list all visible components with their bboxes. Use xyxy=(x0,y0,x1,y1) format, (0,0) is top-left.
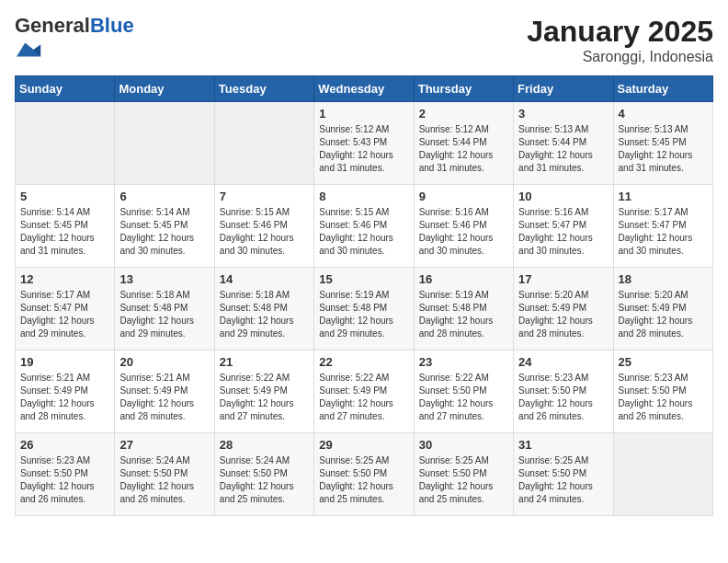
calendar-cell: 19Sunrise: 5:21 AM Sunset: 5:49 PM Dayli… xyxy=(16,350,115,433)
day-number: 28 xyxy=(220,438,309,452)
day-number: 14 xyxy=(220,272,309,286)
calendar-cell: 4Sunrise: 5:13 AM Sunset: 5:45 PM Daylig… xyxy=(613,102,712,185)
day-number: 2 xyxy=(419,107,508,121)
header-saturday: Saturday xyxy=(613,76,712,102)
calendar-cell: 8Sunrise: 5:15 AM Sunset: 5:46 PM Daylig… xyxy=(314,185,414,268)
calendar-cell: 18Sunrise: 5:20 AM Sunset: 5:49 PM Dayli… xyxy=(613,268,712,350)
calendar-cell: 31Sunrise: 5:25 AM Sunset: 5:50 PM Dayli… xyxy=(514,433,613,516)
calendar-table: SundayMondayTuesdayWednesdayThursdayFrid… xyxy=(15,75,713,516)
calendar-cell: 23Sunrise: 5:22 AM Sunset: 5:50 PM Dayli… xyxy=(414,350,513,433)
logo: GeneralBlue xyxy=(15,15,134,66)
day-info: Sunrise: 5:23 AM Sunset: 5:50 PM Dayligh… xyxy=(518,372,608,423)
day-info: Sunrise: 5:19 AM Sunset: 5:48 PM Dayligh… xyxy=(319,289,408,340)
day-number: 6 xyxy=(119,190,209,203)
header-sunday: Sunday xyxy=(16,76,115,102)
calendar-cell: 7Sunrise: 5:15 AM Sunset: 5:46 PM Daylig… xyxy=(214,185,313,268)
day-info: Sunrise: 5:15 AM Sunset: 5:46 PM Dayligh… xyxy=(319,206,408,258)
day-number: 1 xyxy=(319,107,408,121)
day-number: 5 xyxy=(20,190,109,203)
calendar-cell: 28Sunrise: 5:24 AM Sunset: 5:50 PM Dayli… xyxy=(214,433,313,516)
calendar-week-row: 26Sunrise: 5:23 AM Sunset: 5:50 PM Dayli… xyxy=(16,433,713,516)
day-info: Sunrise: 5:23 AM Sunset: 5:50 PM Dayligh… xyxy=(619,372,708,423)
calendar-cell xyxy=(16,102,115,185)
calendar-cell: 6Sunrise: 5:14 AM Sunset: 5:45 PM Daylig… xyxy=(115,185,214,268)
day-number: 21 xyxy=(220,355,309,369)
logo-general: General xyxy=(15,14,90,37)
calendar-week-row: 12Sunrise: 5:17 AM Sunset: 5:47 PM Dayli… xyxy=(16,268,713,350)
day-number: 16 xyxy=(419,272,508,286)
calendar-cell: 14Sunrise: 5:18 AM Sunset: 5:48 PM Dayli… xyxy=(214,268,313,350)
calendar-cell: 30Sunrise: 5:25 AM Sunset: 5:50 PM Dayli… xyxy=(414,433,513,516)
calendar-cell: 27Sunrise: 5:24 AM Sunset: 5:50 PM Dayli… xyxy=(115,433,214,516)
title-block: January 2025 Saronggi, Indonesia xyxy=(527,15,713,65)
calendar-week-row: 19Sunrise: 5:21 AM Sunset: 5:49 PM Dayli… xyxy=(16,350,713,433)
day-number: 13 xyxy=(119,272,209,286)
day-info: Sunrise: 5:22 AM Sunset: 5:50 PM Dayligh… xyxy=(419,372,508,423)
day-info: Sunrise: 5:17 AM Sunset: 5:47 PM Dayligh… xyxy=(619,206,708,258)
day-info: Sunrise: 5:17 AM Sunset: 5:47 PM Dayligh… xyxy=(20,289,109,340)
calendar-cell: 9Sunrise: 5:16 AM Sunset: 5:46 PM Daylig… xyxy=(414,185,513,268)
calendar-header-row: SundayMondayTuesdayWednesdayThursdayFrid… xyxy=(16,76,713,102)
calendar-cell: 24Sunrise: 5:23 AM Sunset: 5:50 PM Dayli… xyxy=(514,350,613,433)
calendar-cell xyxy=(115,102,214,185)
calendar-cell: 3Sunrise: 5:13 AM Sunset: 5:44 PM Daylig… xyxy=(514,102,613,185)
calendar-subtitle: Saronggi, Indonesia xyxy=(527,49,713,65)
day-info: Sunrise: 5:22 AM Sunset: 5:49 PM Dayligh… xyxy=(220,372,309,423)
calendar-cell xyxy=(214,102,313,185)
day-info: Sunrise: 5:23 AM Sunset: 5:50 PM Dayligh… xyxy=(20,454,109,506)
day-info: Sunrise: 5:20 AM Sunset: 5:49 PM Dayligh… xyxy=(518,289,608,340)
day-info: Sunrise: 5:25 AM Sunset: 5:50 PM Dayligh… xyxy=(419,454,508,506)
day-info: Sunrise: 5:16 AM Sunset: 5:47 PM Dayligh… xyxy=(518,206,608,258)
day-number: 25 xyxy=(619,355,708,369)
day-number: 24 xyxy=(518,355,608,369)
day-info: Sunrise: 5:15 AM Sunset: 5:46 PM Dayligh… xyxy=(220,206,309,258)
header-friday: Friday xyxy=(514,76,613,102)
day-number: 29 xyxy=(319,438,408,452)
calendar-cell: 10Sunrise: 5:16 AM Sunset: 5:47 PM Dayli… xyxy=(514,185,613,268)
day-number: 23 xyxy=(419,355,508,369)
calendar-cell xyxy=(613,433,712,516)
calendar-cell: 29Sunrise: 5:25 AM Sunset: 5:50 PM Dayli… xyxy=(314,433,414,516)
day-info: Sunrise: 5:21 AM Sunset: 5:49 PM Dayligh… xyxy=(20,372,109,423)
day-info: Sunrise: 5:12 AM Sunset: 5:43 PM Dayligh… xyxy=(319,123,408,175)
day-number: 31 xyxy=(518,438,608,452)
header-wednesday: Wednesday xyxy=(314,76,414,102)
calendar-cell: 1Sunrise: 5:12 AM Sunset: 5:43 PM Daylig… xyxy=(314,102,414,185)
day-number: 10 xyxy=(518,190,608,203)
calendar-cell: 26Sunrise: 5:23 AM Sunset: 5:50 PM Dayli… xyxy=(16,433,115,516)
day-info: Sunrise: 5:25 AM Sunset: 5:50 PM Dayligh… xyxy=(518,454,608,506)
calendar-cell: 2Sunrise: 5:12 AM Sunset: 5:44 PM Daylig… xyxy=(414,102,513,185)
day-info: Sunrise: 5:22 AM Sunset: 5:49 PM Dayligh… xyxy=(319,372,408,423)
day-info: Sunrise: 5:24 AM Sunset: 5:50 PM Dayligh… xyxy=(220,454,309,506)
day-info: Sunrise: 5:18 AM Sunset: 5:48 PM Dayligh… xyxy=(220,289,309,340)
day-info: Sunrise: 5:18 AM Sunset: 5:48 PM Dayligh… xyxy=(119,289,209,340)
calendar-cell: 13Sunrise: 5:18 AM Sunset: 5:48 PM Dayli… xyxy=(115,268,214,350)
day-number: 30 xyxy=(419,438,508,452)
day-number: 27 xyxy=(119,438,209,452)
day-info: Sunrise: 5:12 AM Sunset: 5:44 PM Dayligh… xyxy=(419,123,508,175)
day-info: Sunrise: 5:21 AM Sunset: 5:49 PM Dayligh… xyxy=(119,372,209,423)
day-number: 9 xyxy=(419,190,508,203)
day-number: 19 xyxy=(20,355,109,369)
day-number: 11 xyxy=(619,190,708,203)
logo-blue: Blue xyxy=(90,14,134,37)
calendar-cell: 25Sunrise: 5:23 AM Sunset: 5:50 PM Dayli… xyxy=(613,350,712,433)
calendar-cell: 5Sunrise: 5:14 AM Sunset: 5:45 PM Daylig… xyxy=(16,185,115,268)
day-number: 3 xyxy=(518,107,608,121)
calendar-title: January 2025 xyxy=(527,15,713,49)
day-info: Sunrise: 5:13 AM Sunset: 5:44 PM Dayligh… xyxy=(518,123,608,175)
day-info: Sunrise: 5:19 AM Sunset: 5:48 PM Dayligh… xyxy=(419,289,508,340)
calendar-week-row: 5Sunrise: 5:14 AM Sunset: 5:45 PM Daylig… xyxy=(16,185,713,268)
calendar-cell: 15Sunrise: 5:19 AM Sunset: 5:48 PM Dayli… xyxy=(314,268,414,350)
header-thursday: Thursday xyxy=(414,76,513,102)
day-number: 18 xyxy=(619,272,708,286)
day-number: 26 xyxy=(20,438,109,452)
page-header: GeneralBlue January 2025 Saronggi, Indon… xyxy=(15,15,713,66)
calendar-cell: 20Sunrise: 5:21 AM Sunset: 5:49 PM Dayli… xyxy=(115,350,214,433)
calendar-cell: 16Sunrise: 5:19 AM Sunset: 5:48 PM Dayli… xyxy=(414,268,513,350)
header-tuesday: Tuesday xyxy=(214,76,313,102)
day-number: 7 xyxy=(220,190,309,203)
day-info: Sunrise: 5:20 AM Sunset: 5:49 PM Dayligh… xyxy=(619,289,708,340)
day-number: 15 xyxy=(319,272,408,286)
calendar-cell: 21Sunrise: 5:22 AM Sunset: 5:49 PM Dayli… xyxy=(214,350,313,433)
